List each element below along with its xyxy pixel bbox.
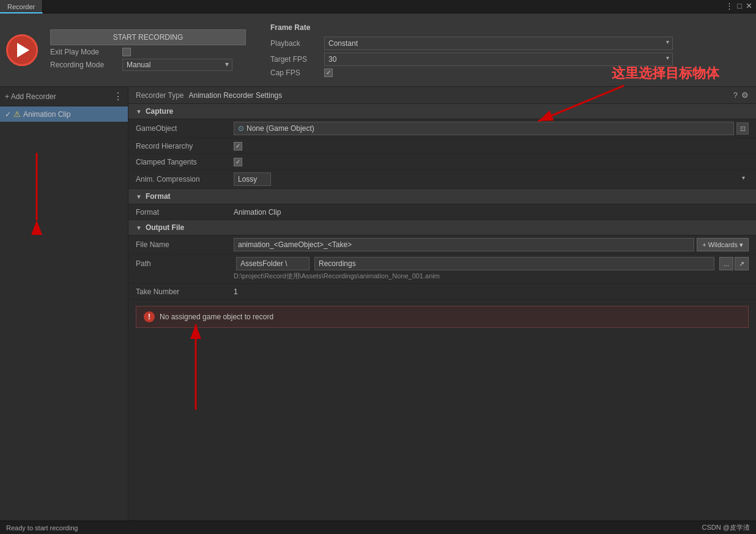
format-arrow-icon: ▼ — [136, 193, 142, 200]
record-hierarchy-label: Record Hierarchy — [136, 142, 234, 150]
maximize-icon[interactable]: □ — [737, 1, 742, 10]
path-full: D:\project\Record使用\Assets\Recordings\an… — [136, 272, 749, 281]
item-checkmark: ✓ — [5, 110, 11, 119]
help-icon[interactable]: ? — [733, 91, 738, 100]
path-buttons: ... ↗ — [719, 257, 749, 270]
recorder-type-icons: ? ⚙ — [733, 91, 749, 100]
item-label: Animation Clip — [23, 110, 70, 119]
format-label: Format — [136, 208, 234, 217]
path-label: Path — [136, 259, 234, 268]
capture-section-title: Capture — [146, 107, 173, 116]
capture-arrow-icon: ▼ — [136, 108, 142, 115]
warning-icon: ! — [144, 311, 155, 322]
content-area: Recorder Type Animation Recorder Setting… — [128, 87, 756, 521]
capture-section-header[interactable]: ▼ Capture — [128, 104, 756, 119]
item-warning-icon: ⚠ — [13, 109, 21, 119]
tab-icons: ⋮ □ ✕ — [725, 1, 752, 10]
path-external-button[interactable]: ↗ — [735, 257, 749, 270]
path-row-top: Path ... ↗ — [136, 257, 749, 270]
recorder-type-bar: Recorder Type Animation Recorder Setting… — [128, 87, 756, 104]
start-recording-button[interactable]: START RECORDING — [50, 29, 246, 45]
output-file-section-title: Output File — [146, 223, 184, 232]
target-fps-label: Target FPS — [270, 55, 319, 64]
anim-compression-select-wrapper: Lossy Lossless Disabled — [234, 172, 749, 186]
path-assets-input[interactable] — [236, 257, 309, 270]
anim-compression-select[interactable]: Lossy Lossless Disabled — [234, 172, 271, 186]
game-object-row: GameObject ⊙ None (Game Object) ⊡ — [128, 119, 756, 138]
clamped-tangents-checkbox[interactable] — [234, 158, 242, 166]
file-name-row: File Name + Wildcards ▾ — [128, 235, 756, 254]
close-icon[interactable]: ✕ — [746, 1, 752, 10]
recording-mode-label: Recording Mode — [50, 61, 117, 69]
playback-select[interactable]: Constant Variable — [324, 37, 673, 50]
output-file-section-header[interactable]: ▼ Output File — [128, 220, 756, 235]
file-name-input[interactable] — [234, 238, 694, 251]
warning-box: ! No assigned game object to record — [136, 306, 749, 328]
playback-row: Playback Constant Variable ▾ — [270, 37, 673, 50]
settings-icon[interactable]: ⚙ — [741, 91, 749, 100]
sidebar-menu-button[interactable]: ⋮ — [113, 91, 123, 102]
target-fps-select[interactable]: 30 24 60 — [324, 53, 673, 66]
recorder-tab[interactable]: Recorder — [0, 0, 43, 13]
wildcards-button[interactable]: + Wildcards ▾ — [697, 238, 749, 251]
path-browse-button[interactable]: ... — [719, 257, 733, 270]
cap-fps-row: Cap FPS — [270, 69, 673, 77]
sidebar-header: + Add Recorder ⋮ — [0, 87, 128, 106]
record-hierarchy-row: Record Hierarchy — [128, 138, 756, 154]
recorder-type-left: Recorder Type Animation Recorder Setting… — [136, 91, 282, 100]
frame-rate-title: Frame Rate — [270, 23, 673, 32]
status-left: Ready to start recording — [6, 524, 78, 532]
record-hierarchy-checkbox[interactable] — [234, 142, 242, 150]
format-section-title: Format — [146, 192, 171, 201]
format-row: Format Animation Clip — [128, 204, 756, 220]
cap-fps-label: Cap FPS — [270, 69, 319, 77]
recorder-type-value: Animation Recorder Settings — [189, 91, 283, 100]
game-object-icon: ⊙ — [238, 124, 244, 133]
file-name-label: File Name — [136, 240, 234, 249]
take-number-label: Take Number — [136, 287, 234, 296]
take-number-row: Take Number 1 — [128, 284, 756, 300]
status-bar: Ready to start recording CSDN @皮学渣 — [0, 521, 756, 534]
add-recorder-button[interactable]: + Add Recorder — [5, 92, 56, 101]
toolbar: START RECORDING Exit Play Mode Recording… — [0, 13, 756, 87]
recorder-type-label: Recorder Type — [136, 91, 184, 100]
menu-icon[interactable]: ⋮ — [725, 1, 733, 10]
tab-bar: Recorder ⋮ □ ✕ — [0, 0, 756, 13]
status-right: CSDN @皮学渣 — [702, 523, 750, 532]
clamped-tangents-row: Clamped Tangents — [128, 154, 756, 170]
game-object-value: ⊙ None (Game Object) — [234, 122, 734, 135]
path-row: Path ... ↗ D:\project\Record使用\Assets\Re… — [128, 254, 756, 284]
toolbar-left: START RECORDING Exit Play Mode Recording… — [50, 29, 246, 71]
format-value: Animation Clip — [234, 208, 749, 217]
play-button[interactable] — [6, 34, 38, 66]
exit-play-mode-checkbox[interactable] — [122, 48, 131, 56]
filename-input-group: + Wildcards ▾ — [234, 238, 749, 251]
game-object-input-group: ⊙ None (Game Object) ⊡ — [234, 122, 749, 135]
recording-mode-select[interactable]: Manual Single Frame Frame Interval — [122, 59, 232, 71]
play-icon — [17, 43, 29, 57]
output-arrow-icon: ▼ — [136, 224, 142, 231]
recording-mode-select-wrapper: Manual Single Frame Frame Interval — [122, 59, 232, 71]
path-recordings-input[interactable] — [314, 257, 714, 270]
game-object-label: GameObject — [136, 124, 234, 133]
exit-play-mode-row: Exit Play Mode — [50, 48, 246, 56]
take-number-value: 1 — [234, 287, 749, 296]
path-inputs — [236, 257, 714, 270]
frame-rate-section: Frame Rate Playback Constant Variable ▾ … — [270, 23, 673, 77]
sidebar: + Add Recorder ⋮ ✓ ⚠ Animation Clip — [0, 87, 128, 521]
warning-message: No assigned game object to record — [160, 313, 273, 321]
animation-clip-item[interactable]: ✓ ⚠ Animation Clip — [0, 106, 128, 122]
target-fps-row: Target FPS 30 24 60 ▾ — [270, 53, 673, 66]
tab-label: Recorder — [7, 3, 35, 10]
playback-label: Playback — [270, 39, 319, 48]
game-object-select-button[interactable]: ⊡ — [736, 122, 749, 135]
clamped-tangents-label: Clamped Tangents — [136, 158, 234, 166]
format-section-header[interactable]: ▼ Format — [128, 189, 756, 204]
exit-play-mode-label: Exit Play Mode — [50, 48, 117, 56]
cap-fps-checkbox[interactable] — [324, 69, 333, 77]
main-layout: + Add Recorder ⋮ ✓ ⚠ Animation Clip Reco… — [0, 87, 756, 521]
anim-compression-row: Anim. Compression Lossy Lossless Disable… — [128, 170, 756, 189]
anim-compression-label: Anim. Compression — [136, 175, 234, 184]
recording-mode-row: Recording Mode Manual Single Frame Frame… — [50, 59, 246, 71]
